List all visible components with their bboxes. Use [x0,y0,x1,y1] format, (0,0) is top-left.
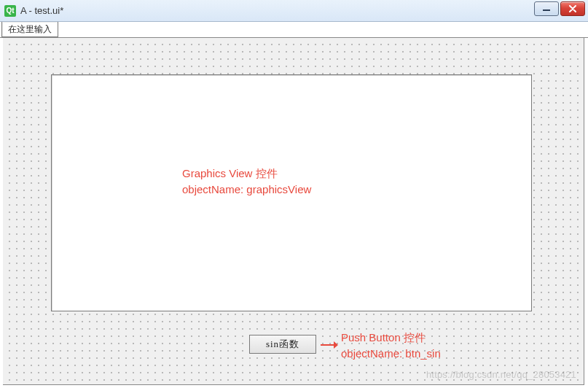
annotation-line: Push Button 控件 [341,330,441,346]
annotation-line: objectName: btn_sin [341,346,441,362]
form-canvas[interactable]: sin函数 Graphics View 控件 objectName: graph… [3,38,584,385]
window-title: A - test.ui* [20,5,63,16]
minimize-button[interactable] [534,1,559,16]
svg-rect-0 [543,9,550,11]
qt-icon: Qt [4,5,16,17]
annotation-graphics-view: Graphics View 控件 objectName: graphicsVie… [182,166,311,198]
watermark: https://blog.csdn.net/qq_28053421 [426,369,576,380]
annotation-line: objectName: graphicsView [182,182,311,198]
annotation-line: Graphics View 控件 [182,166,311,182]
annotation-button: Push Button 控件 objectName: btn_sin [341,330,441,362]
arrow-icon [321,340,338,350]
close-button[interactable] [560,1,585,16]
sin-button[interactable]: sin函数 [249,335,316,354]
window-controls [534,1,585,16]
menu-type-here[interactable]: 在这里输入 [1,22,58,37]
svg-marker-2 [334,341,338,349]
menubar: 在这里输入 [0,22,588,38]
window-titlebar: Qt A - test.ui* [0,0,588,22]
